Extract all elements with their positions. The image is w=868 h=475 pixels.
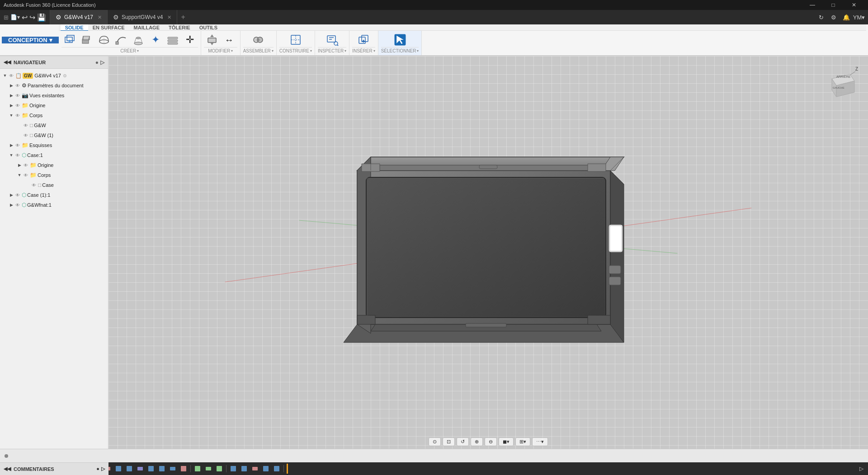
tree-item-root[interactable]: ▼ 👁 📋 GW G&Wv4 v17 ⚙ xyxy=(0,71,108,81)
tree-item-corps[interactable]: ▼ 👁 📁 Corps xyxy=(0,110,108,120)
tl-item-15[interactable] xyxy=(214,464,224,474)
fit-btn[interactable]: ⊡ xyxy=(443,437,455,446)
tl-item-10[interactable] xyxy=(157,464,167,474)
tab-support[interactable]: ⚙ SupportGWv4 v4 ✕ xyxy=(108,10,177,24)
tree-item-esquisses[interactable]: ▶ 👁 📁 Esquisses xyxy=(0,140,108,150)
redo-button[interactable]: ↪ xyxy=(29,13,35,22)
tab-add-button[interactable]: + xyxy=(177,10,189,24)
tree-item-case1[interactable]: ▼ 👁 ⬡ Case:1 xyxy=(0,150,108,160)
tree-eye-corps[interactable]: 👁 xyxy=(15,113,20,118)
tree-eye-gw[interactable]: 👁 xyxy=(24,123,28,128)
tab-tolerie[interactable]: TÔLERIE xyxy=(164,24,195,31)
camera-btn[interactable]: ⊙ xyxy=(429,437,441,446)
tab-outils[interactable]: OUTILS xyxy=(195,24,222,31)
tab-close-support[interactable]: ✕ xyxy=(167,14,171,20)
file-menu[interactable]: 📄▾ xyxy=(10,14,20,20)
inserer-tool[interactable] xyxy=(355,33,372,47)
refresh-button[interactable]: ↻ xyxy=(816,12,826,23)
tree-item-origine[interactable]: ▶ 👁 📁 Origine xyxy=(0,100,108,110)
tree-gear-root[interactable]: ⚙ xyxy=(63,73,67,78)
tl-item-16[interactable] xyxy=(228,464,238,474)
selectionner-tool[interactable] xyxy=(392,33,408,47)
settings-button[interactable]: ⚙ xyxy=(828,12,839,23)
tree-eye-corps2[interactable]: 👁 xyxy=(24,173,28,178)
selectionner-section-label[interactable]: SÉLECTIONNER ▾ xyxy=(381,47,419,53)
tab-close-gwv4[interactable]: ✕ xyxy=(98,14,102,20)
display-btn[interactable]: ◼▾ xyxy=(499,437,514,446)
tree-eye-case-body[interactable]: 👁 xyxy=(32,183,36,188)
extruder-tool[interactable] xyxy=(79,33,95,47)
tab-solide[interactable]: SOLIDE xyxy=(61,24,88,31)
tl-item-18[interactable] xyxy=(250,464,260,474)
maximize-button[interactable]: □ xyxy=(823,0,844,10)
construire-section-label[interactable]: CONSTRUIRE ▾ xyxy=(279,47,312,53)
tree-item-gwfnat1[interactable]: ▶ 👁 ⬡ G&Wfnat:1 xyxy=(0,200,108,210)
tab-maillage[interactable]: MAILLAGE xyxy=(129,24,164,31)
tab-en-surface[interactable]: EN SURFACE xyxy=(88,24,129,31)
tl-item-7[interactable] xyxy=(124,464,134,474)
tree-eye-gwfnat1[interactable]: 👁 xyxy=(15,203,20,208)
tl-item-12[interactable] xyxy=(179,464,189,474)
tl-item-6[interactable] xyxy=(113,464,123,474)
tree-eye-vues[interactable]: 👁 xyxy=(15,93,20,98)
notifications-button[interactable]: 🔔 xyxy=(841,12,852,23)
orbit-btn[interactable]: ↺ xyxy=(457,437,469,446)
move-tool[interactable]: ✛ xyxy=(182,33,198,47)
balayage-tool[interactable] xyxy=(113,33,129,47)
nav-prev-icon[interactable]: ◀◀ xyxy=(4,59,11,65)
revolution-tool[interactable] xyxy=(96,33,112,47)
forme-libre-tool[interactable]: ✦ xyxy=(147,33,164,47)
close-button[interactable]: ✕ xyxy=(844,0,864,10)
more-btn[interactable]: ⋯▾ xyxy=(532,437,548,446)
zoom-out-btn[interactable]: ⊖ xyxy=(485,437,497,446)
navigator-settings-icon[interactable]: ● xyxy=(95,59,99,66)
tree-item-gw[interactable]: 👁 □ G&W xyxy=(0,120,108,130)
tree-eye-origine2[interactable]: 👁 xyxy=(24,163,28,168)
tree-eye-gw1[interactable]: 👁 xyxy=(24,133,28,138)
undo-button[interactable]: ↩ xyxy=(22,13,28,22)
zoom-in-btn[interactable]: ⊕ xyxy=(471,437,483,446)
tree-item-corps2[interactable]: ▼ 👁 📁 Corps xyxy=(0,170,108,180)
tl-item-14[interactable] xyxy=(203,464,213,474)
tree-item-params[interactable]: ▶ 👁 ⚙ Paramètres du document xyxy=(0,81,108,90)
user-menu[interactable]: YM▾ xyxy=(854,12,864,23)
tree-item-case-body[interactable]: 👁 □ Case xyxy=(0,180,108,190)
tl-item-19[interactable] xyxy=(261,464,271,474)
grid-btn[interactable]: ⊞▾ xyxy=(515,437,530,446)
tl-item-11[interactable] xyxy=(168,464,178,474)
tree-item-case1-1[interactable]: ▶ 👁 ⬡ Case (1):1 xyxy=(0,190,108,200)
tl-item-17[interactable] xyxy=(239,464,249,474)
nouveau-composant-tool[interactable] xyxy=(61,33,78,47)
tl-item-20[interactable] xyxy=(272,464,282,474)
tree-item-origine2[interactable]: ▶ 👁 📁 Origine xyxy=(0,160,108,170)
tree-eye-esquisses[interactable]: 👁 xyxy=(15,143,20,148)
timeline-expand-btn[interactable]: ▷ xyxy=(856,464,866,474)
tree-eye-case1[interactable]: 👁 xyxy=(15,153,20,158)
pousser-tirer-tool[interactable] xyxy=(204,33,220,47)
viewport[interactable]: Z ARRIÈRE GAUCHE ⊙ ⊡ ↺ xyxy=(108,56,868,449)
tree-item-vues[interactable]: ▶ 👁 📷 Vues existantes xyxy=(0,90,108,100)
tl-item-13[interactable] xyxy=(193,464,203,474)
inserer-section-label[interactable]: INSÉRER ▾ xyxy=(352,47,375,53)
deplacer-tool[interactable]: ↔ xyxy=(221,33,237,47)
inspecter-section-label[interactable]: INSPECTER ▾ xyxy=(318,47,346,53)
tl-item-9[interactable] xyxy=(146,464,156,474)
construire-tool[interactable] xyxy=(288,33,304,47)
view-cube[interactable]: Z ARRIÈRE GAUCHE xyxy=(823,65,859,101)
assembler-section-label[interactable]: ASSEMBLER ▾ xyxy=(243,47,274,53)
tl-item-8[interactable] xyxy=(135,464,145,474)
modifier-section-label[interactable]: MODIFIER ▾ xyxy=(204,47,237,53)
tree-eye-root[interactable]: 👁 xyxy=(9,73,14,78)
creer-plus-tool[interactable] xyxy=(165,33,181,47)
minimize-button[interactable]: — xyxy=(802,0,823,10)
tree-eye-origine[interactable]: 👁 xyxy=(15,103,20,108)
tree-item-gw1[interactable]: 👁 □ G&W (1) xyxy=(0,130,108,140)
tree-eye-params[interactable]: 👁 xyxy=(15,83,20,88)
inspecter-tool[interactable] xyxy=(324,33,340,47)
navigator-expand-icon[interactable]: ▷ xyxy=(100,59,104,66)
creer-section-label[interactable]: CRÉER ▾ xyxy=(61,47,198,53)
assembler-tool[interactable] xyxy=(250,33,266,47)
tab-gwv4[interactable]: ⚙ G&Wv4 v17 ✕ xyxy=(50,10,108,24)
lissage-tool[interactable] xyxy=(130,33,146,47)
save-button[interactable]: 💾 xyxy=(37,13,46,22)
